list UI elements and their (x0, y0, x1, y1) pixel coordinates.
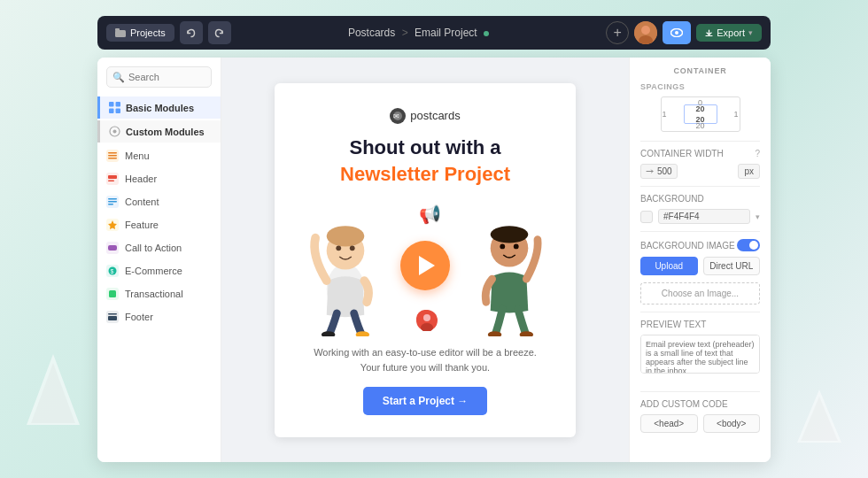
status-dot (484, 31, 489, 36)
upload-row: Upload Direct URL (640, 257, 760, 275)
email-logo: ✉ postcards (390, 108, 460, 124)
upload-button[interactable]: Upload (640, 257, 698, 275)
content-label: Content (125, 197, 159, 207)
bg-image-row: BACKGROUND IMAGE (640, 239, 760, 251)
email-body-text: Working with an easy-to-use editor will … (296, 345, 554, 374)
panel-title: CONTAINER (640, 66, 760, 75)
folder-icon (115, 28, 126, 37)
container-width-row: CONTAINER WIDTH ? (640, 149, 760, 158)
preview-button[interactable] (663, 21, 691, 44)
direct-url-button[interactable]: Direct URL (703, 257, 761, 275)
svg-point-6 (675, 31, 678, 35)
head-code-button[interactable]: <head> (640, 414, 698, 433)
bg-chevron-icon[interactable]: ▾ (756, 212, 760, 221)
sidebar-item-feature[interactable]: Feature (97, 213, 221, 236)
breadcrumb-project[interactable]: Email Project (415, 27, 477, 39)
divider-1 (640, 141, 760, 142)
svg-rect-16 (108, 175, 117, 179)
ecommerce-icon: $ (106, 265, 119, 277)
spacing-bottom-value[interactable]: 20 (695, 121, 704, 130)
body-code-button[interactable]: <body> (703, 414, 761, 433)
container-width-unit[interactable]: px (738, 164, 760, 179)
cta-button[interactable]: Start a Project → (363, 387, 488, 415)
svg-rect-9 (109, 109, 114, 114)
svg-point-44 (423, 314, 430, 321)
container-width-field[interactable]: 500 (640, 164, 678, 179)
choose-image-button[interactable]: Choose an Image... (640, 282, 760, 305)
cta-icon (106, 242, 119, 254)
sidebar-item-custom-modules[interactable]: Custom Modules (97, 120, 221, 143)
top-bar-right: + Export ▾ (606, 21, 762, 44)
breadcrumb-separator: > (402, 27, 408, 39)
export-button[interactable]: Export ▾ (696, 24, 762, 42)
custom-code-row: ADD CUSTOM CODE (640, 399, 760, 409)
svg-rect-15 (108, 158, 117, 159)
basic-modules-label: Basic Modules (126, 103, 194, 113)
resize-icon (646, 167, 654, 175)
custom-modules-label: Custom Modules (126, 127, 205, 137)
spacing-top-value[interactable]: 0 (698, 98, 702, 107)
svg-point-34 (350, 246, 355, 251)
add-button[interactable]: + (606, 21, 629, 44)
sidebar-item-ecommerce[interactable]: $ E-Commerce (97, 259, 221, 282)
avatar[interactable] (634, 21, 657, 44)
svg-rect-7 (109, 102, 114, 107)
bg-color-text[interactable]: #F4F4F4 (658, 209, 750, 224)
transactional-icon (106, 288, 119, 300)
custom-modules-icon (109, 126, 120, 137)
cta-label: Call to Action (125, 243, 182, 253)
main-panel: 🔍 Basic Modules Custom Modules (97, 58, 771, 462)
sidebar-item-cta[interactable]: Call to Action (97, 236, 221, 259)
spacings-label: SPACINGS (640, 82, 760, 91)
email-card[interactable]: ✉ postcards Shout out with a Newsletter … (275, 83, 576, 437)
sidebar-item-transactional[interactable]: Transactional (97, 282, 221, 305)
bg-image-label: BACKGROUND IMAGE (640, 241, 735, 251)
avatar-image (634, 21, 657, 44)
bg-image-toggle[interactable] (737, 239, 760, 251)
help-icon[interactable]: ? (755, 149, 760, 158)
divider-5 (640, 391, 760, 392)
projects-button[interactable]: Projects (106, 24, 174, 42)
canvas-area: ✉ postcards Shout out with a Newsletter … (221, 58, 629, 462)
header-icon (106, 173, 119, 185)
divider-3 (640, 231, 760, 232)
svg-point-32 (327, 226, 365, 246)
svg-point-3 (641, 26, 650, 35)
spacing-left-value[interactable]: 1 (663, 110, 667, 119)
spacing-right-value[interactable]: 1 (733, 110, 738, 119)
sidebar-section-basic: Basic Modules (97, 96, 221, 119)
search-bar: 🔍 (106, 66, 212, 88)
bg-color-swatch[interactable] (640, 211, 653, 223)
play-button[interactable] (400, 241, 450, 290)
preview-text-input[interactable] (640, 335, 760, 374)
sidebar-item-header[interactable]: Header (97, 167, 221, 190)
redo-button[interactable] (208, 21, 231, 44)
sidebar-item-footer[interactable]: Footer (97, 305, 221, 328)
sidebar-item-content[interactable]: Content (97, 190, 221, 213)
sidebar-section-custom: Custom Modules (97, 120, 221, 143)
ecommerce-label: E-Commerce (125, 266, 182, 276)
sidebar-item-menu[interactable]: Menu (97, 144, 221, 167)
play-triangle (419, 256, 435, 275)
preview-text-label: PREVIEW TEXT (640, 320, 706, 329)
notification-badge (415, 308, 436, 329)
header-label: Header (125, 173, 157, 184)
footer-icon (106, 311, 119, 323)
divider-2 (640, 186, 760, 187)
feature-label: Feature (125, 220, 159, 230)
basic-modules-icon (109, 102, 120, 113)
breadcrumb: Postcards > Email Project (231, 27, 606, 39)
svg-point-38 (491, 226, 529, 243)
svg-rect-22 (108, 245, 117, 251)
top-bar-left: Projects (106, 21, 231, 44)
svg-rect-18 (108, 198, 117, 200)
projects-label: Projects (130, 27, 166, 38)
divider-4 (640, 312, 760, 312)
undo-button[interactable] (180, 21, 203, 44)
export-icon (705, 29, 713, 37)
breadcrumb-postcards[interactable]: Postcards (348, 27, 395, 39)
svg-rect-25 (109, 290, 116, 297)
export-label: Export (717, 27, 745, 38)
sidebar-item-basic-modules[interactable]: Basic Modules (97, 96, 221, 119)
svg-rect-0 (115, 30, 126, 37)
